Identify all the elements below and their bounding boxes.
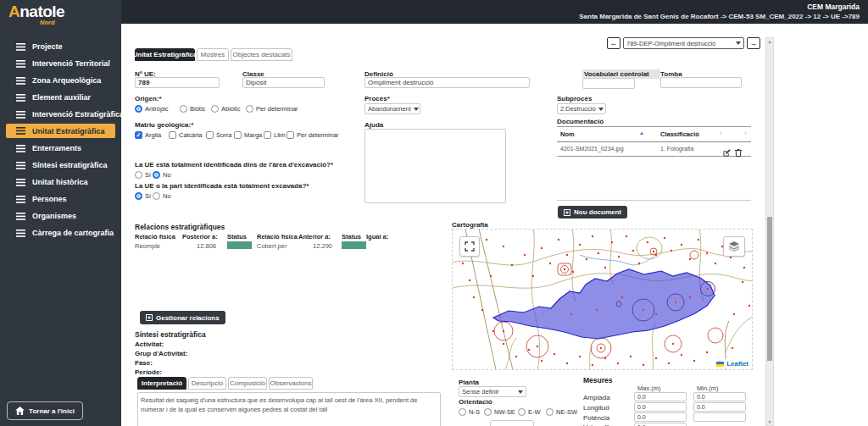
origen-option-antropic[interactable]: Antròpic xyxy=(135,104,169,113)
tab-interpretacio[interactable]: Interpretació xyxy=(137,377,186,390)
orientacio-option-ns[interactable]: N-S xyxy=(459,407,480,416)
menu-lines-icon xyxy=(16,196,25,203)
scrollbar-down-arrow[interactable]: ▼ xyxy=(766,419,773,424)
tab-label: Objectes destacats xyxy=(232,51,290,58)
matriu-option-llim[interactable]: Llim xyxy=(264,130,286,139)
proces-value: Abandonament xyxy=(368,105,411,113)
matriu-option-per-determinar[interactable]: Per determinar xyxy=(287,130,339,139)
manage-relations-label: Gestionar relacions xyxy=(156,314,220,322)
map-fullscreen-button[interactable] xyxy=(459,236,480,257)
menu-lines-icon xyxy=(16,179,25,186)
documentacio-row[interactable]: 4201-SM2021_0234.jpg 1. Fotografia xyxy=(557,141,751,157)
vocabulari-input[interactable] xyxy=(582,78,635,89)
origen-option-biotic[interactable]: Biòtic xyxy=(180,104,205,113)
tab-descripcio[interactable]: Descripció xyxy=(188,377,226,390)
sidebar-item-unitat-estratigrafica[interactable]: Unitat Estratigràfica xyxy=(6,124,115,138)
partial-field-input[interactable] xyxy=(490,420,534,426)
record-nav-forward-button[interactable]: → xyxy=(747,37,760,49)
mesura-longitud-min-input[interactable]: 0.0 xyxy=(693,402,746,412)
option-label: Llim xyxy=(274,131,286,139)
sort-both-icon[interactable]: ↕ xyxy=(720,130,722,136)
definicio-value: Ompliment destrucció xyxy=(368,79,433,86)
proces-label: Procés* xyxy=(364,95,390,102)
q-identificada-no[interactable]: No xyxy=(153,170,171,179)
sidebar-item-intervencio-estratigrafica[interactable]: Intervenció Estratigràfica xyxy=(0,107,121,122)
sidebar-item-zona-arqueologica[interactable]: Zona Arqueològica xyxy=(0,73,121,88)
edit-document-icon[interactable] xyxy=(723,145,731,160)
mesura-potencia-max-input[interactable]: 0.0 xyxy=(634,412,687,422)
q-excavada-si[interactable]: Sí xyxy=(135,191,151,200)
new-document-button[interactable]: Nou document xyxy=(558,206,627,219)
sidebar-item-label: Zona Arqueològica xyxy=(32,76,101,85)
mesura-amplada-max-input[interactable]: 0.0 xyxy=(634,392,687,401)
origen-option-per-determinar[interactable]: Per determinar xyxy=(246,104,298,113)
scrollbar-thumb[interactable] xyxy=(767,217,772,361)
record-nav-back-button[interactable]: ← xyxy=(607,37,620,49)
map-layers-button[interactable] xyxy=(723,236,745,257)
subproces-value: 2.Destrucció xyxy=(560,105,596,113)
sidebar-item-enterraments[interactable]: Enterraments xyxy=(0,141,121,156)
definicio-input[interactable]: Ompliment destrucció xyxy=(364,77,530,88)
scrollbar-up-arrow[interactable]: ▲ xyxy=(766,39,773,44)
sidebar-item-carrega-cartografia[interactable]: Càrrega de cartografia xyxy=(0,225,121,241)
matriu-option-sorra[interactable]: Sorra xyxy=(206,130,231,139)
mesura-potencia-min-input[interactable] xyxy=(693,412,746,422)
mesura-amplada-label: Amplada xyxy=(583,394,610,401)
mesura-longitud-max-input[interactable]: 0.0 xyxy=(634,402,687,412)
mesura-amplada-min-input[interactable]: 0.0 xyxy=(693,392,746,401)
sidebar-item-unitat-historica[interactable]: Unitat històrica xyxy=(0,174,121,190)
sidebar-item-intervencio-territorial[interactable]: Intervenció Territorial xyxy=(0,56,121,71)
classe-input[interactable]: Dipòsit xyxy=(242,77,325,88)
manage-relations-button[interactable]: Gestionar relacions xyxy=(140,311,225,324)
tab-unitat-estratigrafica[interactable]: Unitat Estratigràfica xyxy=(135,48,195,61)
matriu-option-calcaria[interactable]: Calcària xyxy=(169,130,203,139)
planta-select[interactable]: Sense definir xyxy=(459,386,526,397)
sidebar-item-element-auxiliar[interactable]: Element auxiliar xyxy=(0,90,121,105)
plus-square-icon xyxy=(146,314,153,321)
origen-option-abiotic[interactable]: Abiòtic xyxy=(211,104,241,113)
interpretacio-textarea[interactable]: Resultat del saqueig d'una estructura qu… xyxy=(137,392,441,426)
record-nav-select[interactable]: 789-DEP-Ompliment destrucció xyxy=(623,37,744,49)
radio-icon xyxy=(546,408,554,416)
radio-icon xyxy=(135,105,142,113)
matriu-label: Matriu geològica:* xyxy=(135,121,193,129)
sidebar-item-projecte[interactable]: Projecte xyxy=(0,39,121,54)
leaflet-link[interactable]: Leaflet xyxy=(726,360,748,368)
content-scrollbar[interactable]: ▲ ▼ xyxy=(765,37,774,426)
tab-label: Interpretació xyxy=(142,379,182,387)
tab-composicio[interactable]: Composició xyxy=(228,377,267,390)
q-identificada-si[interactable]: Sí xyxy=(135,170,151,179)
sidebar-item-organismes[interactable]: Organismes xyxy=(0,208,121,224)
delete-document-icon[interactable] xyxy=(735,145,742,160)
menu-lines-icon xyxy=(16,43,25,51)
cartography-map[interactable]: Leaflet xyxy=(452,229,753,370)
sort-both-icon[interactable]: ↕ xyxy=(744,130,747,136)
orientacio-option-ew[interactable]: E-W xyxy=(518,407,541,416)
matriu-option-marga[interactable]: Marga xyxy=(234,130,262,139)
ajuda-textarea[interactable] xyxy=(364,129,506,203)
menu-lines-icon xyxy=(16,77,25,85)
orientacio-option-nwse[interactable]: NW-SE xyxy=(484,407,515,416)
subproces-select[interactable]: 2.Destrucció xyxy=(557,103,606,114)
plus-square-icon xyxy=(564,209,570,216)
proces-select[interactable]: Abandonament xyxy=(364,103,420,114)
q-excavada-no[interactable]: No xyxy=(153,191,171,200)
sidebar-item-label: Enterraments xyxy=(32,144,81,152)
col-nom[interactable]: Nom xyxy=(560,130,575,138)
sidebar-item-sintesi-estratigrafica[interactable]: Síntesi estratigràfica xyxy=(0,158,121,173)
sort-asc-icon[interactable]: ▲ xyxy=(639,130,644,136)
mesura-volum-max-input[interactable]: 0.0 xyxy=(634,423,687,426)
option-label: Biòtic xyxy=(190,105,205,113)
tab-objectes-destacats[interactable]: Objectes destacats xyxy=(231,48,292,61)
num-ue-input[interactable]: 789 xyxy=(135,77,220,88)
sidebar-item-persones[interactable]: Persones xyxy=(0,191,121,207)
orientacio-option-nesw[interactable]: NE-SW xyxy=(546,407,577,416)
matriu-option-argila[interactable]: Argila xyxy=(135,130,161,139)
tomba-input[interactable] xyxy=(660,77,742,88)
home-button[interactable]: Tornar a l'inici xyxy=(7,401,83,420)
tab-mostres[interactable]: Mostres xyxy=(197,48,229,61)
tab-observacions[interactable]: Observacions xyxy=(269,377,313,390)
checkbox-icon xyxy=(135,131,142,139)
col-classificacio[interactable]: Classificació xyxy=(660,130,699,138)
tab-label: Descripció xyxy=(192,379,223,387)
